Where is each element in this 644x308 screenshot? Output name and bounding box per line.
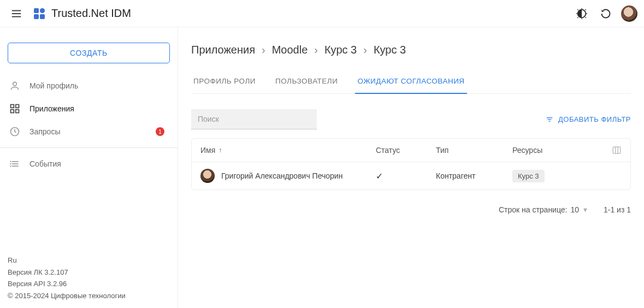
column-name[interactable]: Имя ↑ [200,146,376,155]
rows-per-page-label: Строк на странице: [499,205,568,214]
svg-rect-4 [40,8,45,13]
add-filter-button[interactable]: ДОБАВИТЬ ФИЛЬТР [545,115,631,124]
search-input[interactable] [191,109,317,129]
theme-toggle-button[interactable] [573,5,590,22]
svg-line-14 [585,9,586,10]
breadcrumb-current: Курс 3 [374,44,406,56]
page-range: 1-1 из 1 [604,205,631,214]
pagination: Строк на странице: 10 ▼ 1-1 из 1 [191,205,631,214]
sidebar-item-applications[interactable]: Приложения [5,97,172,120]
footer-version-api: Версия API 3.2.96 [8,278,170,289]
rows-per-page-value: 10 [570,205,579,214]
sidebar-item-requests[interactable]: Запросы 1 [5,120,172,143]
toolbar: ДОБАВИТЬ ФИЛЬТР [191,109,631,129]
row-name-text: Григорий Александрович Печорин [221,171,342,180]
footer-version-lk: Версия ЛК 3.2.107 [8,266,170,278]
filter-icon [545,115,554,124]
table-header: Имя ↑ Статус Тип Ресурсы [192,139,630,162]
svg-line-10 [585,17,586,17]
table-row[interactable]: Григорий Александрович Печорин ✓ Контраг… [192,162,630,189]
column-resources-label: Ресурсы [512,146,542,155]
svg-rect-18 [11,110,14,113]
sidebar-item-profile[interactable]: Мой профиль [5,74,172,97]
column-settings-button[interactable] [612,145,622,155]
cell-name: Григорий Александрович Печорин [200,169,376,183]
tab-users[interactable]: ПОЛЬЗОВАТЕЛИ [273,72,340,94]
chevron-down-icon: ▼ [582,206,588,213]
breadcrumb: Приложения › Moodle › Курс 3 › Курс 3 [191,44,631,56]
clock-icon [9,126,21,138]
svg-point-25 [10,164,11,164]
sidebar-item-label: Запросы [29,127,60,136]
app-title: Trusted.Net IDM [51,7,131,20]
menu-toggle-button[interactable] [7,4,26,23]
resource-chip: Курс 3 [512,170,545,182]
breadcrumb-item[interactable]: Moodle [272,44,308,56]
rows-per-page-select[interactable]: Строк на странице: 10 ▼ [499,205,588,214]
cell-status: ✓ [376,171,436,181]
refresh-button[interactable] [597,5,615,22]
svg-rect-6 [40,14,45,19]
search-wrap [191,109,317,129]
svg-rect-3 [34,8,39,13]
sidebar-item-label: Мой профиль [29,81,78,90]
user-avatar[interactable] [621,5,637,22]
column-status-label: Статус [376,146,400,155]
footer-copyright: © 2015-2024 Цифровые технологии [8,290,170,301]
column-type[interactable]: Тип [436,146,512,155]
columns-icon [612,145,622,155]
sidebar-nav: Мой профиль Приложения Запросы [5,74,172,143]
main-content: Приложения › Moodle › Курс 3 › Курс 3 ПР… [178,27,644,308]
chevron-right-icon: › [314,44,318,56]
sidebar-footer: Ru Версия ЛК 3.2.107 Версия API 3.2.96 ©… [5,251,172,303]
create-button[interactable]: СОЗДАТЬ [8,43,170,63]
column-status[interactable]: Статус [376,146,436,155]
sidebar-nav-secondary: События [5,152,172,175]
breadcrumb-item[interactable]: Приложения [191,44,255,56]
add-filter-label: ДОБАВИТЬ ФИЛЬТР [558,115,631,123]
svg-rect-19 [16,110,19,113]
table: Имя ↑ Статус Тип Ресурсы [191,138,631,190]
sidebar-item-events[interactable]: События [5,152,172,175]
svg-point-26 [10,166,11,167]
svg-rect-5 [34,14,39,19]
svg-point-15 [13,82,17,86]
cell-type: Контрагент [436,171,512,180]
list-icon [9,158,21,170]
sidebar-item-label: События [29,159,61,168]
sort-asc-icon: ↑ [218,146,222,154]
user-icon [9,80,21,92]
cell-resources: Курс 3 [512,170,589,182]
tabs: ПРОФИЛЬ РОЛИ ПОЛЬЗОВАТЕЛИ ОЖИДАЮТ СОГЛАС… [191,72,631,94]
column-type-label: Тип [436,146,448,155]
requests-badge: 1 [156,127,164,136]
check-icon: ✓ [376,171,383,181]
column-resources[interactable]: Ресурсы [512,146,589,155]
topbar: Trusted.Net IDM [0,0,644,27]
svg-rect-16 [11,105,14,108]
svg-line-9 [577,9,578,10]
sidebar-divider [0,147,178,148]
row-avatar [200,169,215,183]
tab-pending-approval[interactable]: ОЖИДАЮТ СОГЛАСОВАНИЯ [355,72,466,94]
footer-lang: Ru [8,254,170,266]
breadcrumb-item[interactable]: Курс 3 [324,44,357,56]
theme-icon [576,8,588,20]
svg-rect-17 [16,105,19,108]
chevron-right-icon: › [363,44,367,56]
topbar-actions [573,5,637,22]
apps-icon [9,103,21,115]
sidebar: СОЗДАТЬ Мой профиль Приложения [0,27,178,308]
app-logo [33,7,46,20]
svg-rect-30 [613,147,621,153]
refresh-icon [600,8,611,19]
hamburger-icon [10,8,22,20]
sidebar-item-label: Приложения [29,104,74,113]
svg-line-13 [577,17,578,17]
column-name-label: Имя [200,146,215,155]
chevron-right-icon: › [262,44,265,56]
svg-point-24 [10,161,11,162]
tab-role-profile[interactable]: ПРОФИЛЬ РОЛИ [191,72,258,94]
